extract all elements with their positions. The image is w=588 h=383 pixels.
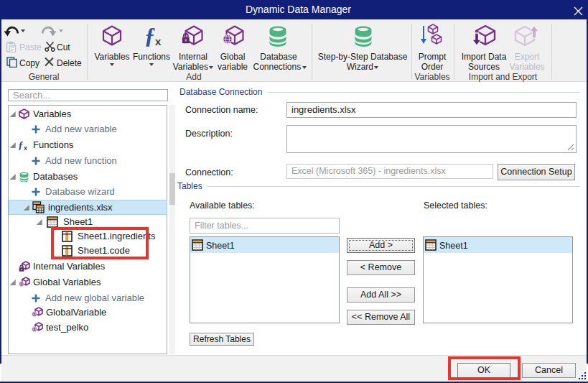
- svg-text:ƒ: ƒ: [144, 24, 156, 47]
- svg-text:x: x: [155, 35, 162, 47]
- svg-text:ƒ: ƒ: [18, 139, 24, 151]
- svg-text:x: x: [24, 144, 27, 151]
